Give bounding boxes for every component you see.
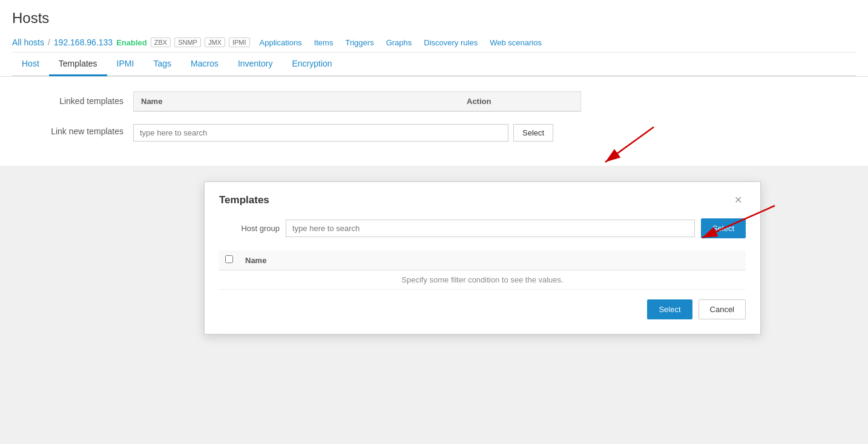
linked-templates-row: Linked templates Name Action xyxy=(12,91,856,112)
tabs-bar: Host Templates IPMI Tags Macros Inventor… xyxy=(12,53,856,76)
col-action: Action xyxy=(459,92,580,111)
modal-actions: Select Cancel xyxy=(219,299,746,319)
tab-encryption[interactable]: Encryption xyxy=(282,53,341,76)
templates-modal: Templates ✕ Host group Select Name xyxy=(204,181,761,335)
host-group-label: Host group xyxy=(219,224,280,233)
page-title: Hosts xyxy=(12,10,856,27)
protocol-snmp: SNMP xyxy=(174,38,201,47)
status-badge: Enabled xyxy=(116,38,147,47)
modal-select-action-button[interactable]: Select xyxy=(647,299,692,319)
nav-links: Applications Items Triggers Graphs Disco… xyxy=(260,38,542,47)
modal-select-button[interactable]: Select xyxy=(701,218,746,238)
col-name: Name xyxy=(134,92,459,111)
content-area: Linked templates Name Action Link new te… xyxy=(0,77,868,166)
modal-title-bar: Templates ✕ xyxy=(219,194,746,206)
nav-discovery-rules[interactable]: Discovery rules xyxy=(424,38,478,47)
nav-triggers[interactable]: Triggers xyxy=(345,38,373,47)
link-new-templates-field: Select xyxy=(133,122,856,142)
modal-templates-table: Name Specify some filter condition to se… xyxy=(219,250,746,290)
nav-items[interactable]: Items xyxy=(314,38,334,47)
protocol-zbx: ZBX xyxy=(151,38,171,47)
linked-templates-field: Name Action xyxy=(133,91,856,112)
breadcrumb-all-hosts[interactable]: All hosts xyxy=(12,38,44,47)
link-templates-select-button[interactable]: Select xyxy=(513,124,553,142)
breadcrumb-host-ip[interactable]: 192.168.96.133 xyxy=(54,38,113,47)
tab-tags[interactable]: Tags xyxy=(143,53,181,76)
protocol-jmx: JMX xyxy=(205,38,225,47)
empty-message: Specify some filter condition to see the… xyxy=(219,270,746,290)
nav-graphs[interactable]: Graphs xyxy=(386,38,412,47)
nav-applications[interactable]: Applications xyxy=(260,38,302,47)
host-group-search-input[interactable] xyxy=(286,220,695,237)
col-checkbox-header xyxy=(219,250,239,270)
linked-templates-table: Name Action xyxy=(133,91,581,112)
modal-close-button[interactable]: ✕ xyxy=(731,194,746,206)
link-new-input-row: Select xyxy=(133,124,856,142)
link-new-templates-row: Link new templates Select xyxy=(12,122,856,142)
breadcrumb: All hosts / 192.168.96.133 Enabled ZBX S… xyxy=(12,33,856,53)
host-group-row: Host group Select xyxy=(219,218,746,238)
modal-title: Templates xyxy=(219,194,269,206)
breadcrumb-sep: / xyxy=(48,38,50,47)
table-header: Name Action xyxy=(134,92,580,111)
empty-message-row: Specify some filter condition to see the… xyxy=(219,270,746,290)
tab-host[interactable]: Host xyxy=(12,53,49,76)
link-new-templates-label: Link new templates xyxy=(12,122,133,136)
col-name-header: Name xyxy=(239,250,746,270)
tab-macros[interactable]: Macros xyxy=(181,53,228,76)
protocol-ipmi: IPMI xyxy=(229,38,250,47)
linked-templates-label: Linked templates xyxy=(12,91,133,106)
nav-web-scenarios[interactable]: Web scenarios xyxy=(490,38,542,47)
tab-inventory[interactable]: Inventory xyxy=(228,53,283,76)
link-templates-search-input[interactable] xyxy=(133,124,508,142)
tab-templates[interactable]: Templates xyxy=(49,53,107,76)
tab-ipmi[interactable]: IPMI xyxy=(107,53,144,76)
select-all-checkbox[interactable] xyxy=(225,255,233,263)
modal-cancel-button[interactable]: Cancel xyxy=(699,299,746,319)
